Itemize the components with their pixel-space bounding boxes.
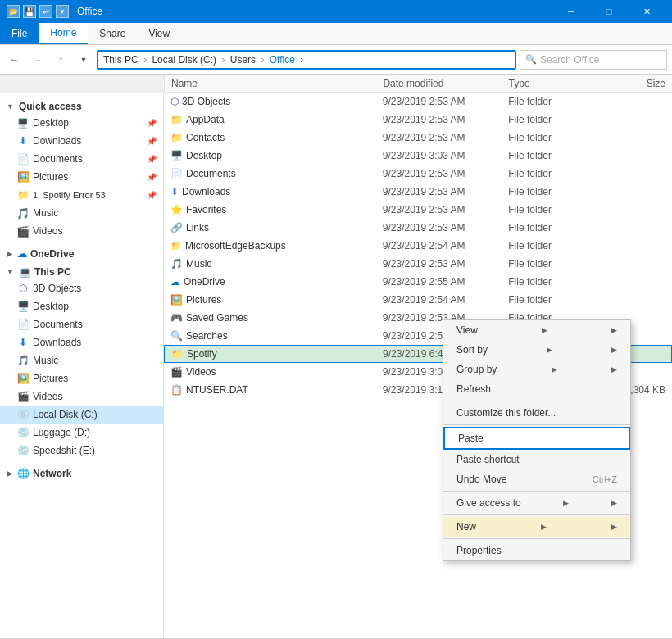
sidebar-item-music-pc[interactable]: 🎵 Music xyxy=(0,351,163,369)
sidebar-item-documents-pc[interactable]: 📄 Documents xyxy=(0,315,163,333)
close-button[interactable]: ✕ xyxy=(628,0,665,23)
sidebar-item-downloads[interactable]: ⬇ Downloads 📌 xyxy=(0,132,163,150)
onedrive-icon: ☁ xyxy=(17,248,27,260)
dropdown-icon[interactable]: ▼ xyxy=(56,5,69,18)
sidebar-item-local-disk[interactable]: 💿 Local Disk (C:) xyxy=(0,406,163,424)
ribbon: File Home Share View xyxy=(0,23,672,45)
tab-view[interactable]: View xyxy=(137,23,181,44)
network-chevron: ▶ xyxy=(7,469,12,478)
ctx-paste-shortcut[interactable]: Paste shortcut xyxy=(443,450,630,469)
file-icon-edge: 📁 xyxy=(170,241,182,252)
undo-icon[interactable]: ↩ xyxy=(39,5,52,18)
quick-access-toolbar[interactable]: 📂 xyxy=(7,5,20,18)
recent-locations-button[interactable]: ▼ xyxy=(74,50,93,70)
ctx-give-access[interactable]: Give access to ▶ xyxy=(443,493,630,513)
pictures-pc-icon: 🖼️ xyxy=(16,372,30,385)
onedrive-header[interactable]: ▶ ☁ OneDrive xyxy=(0,243,163,261)
file-row-appdata[interactable]: 📁AppData 9/23/2019 2:53 AM File folder xyxy=(164,111,672,129)
quick-access-header[interactable]: ▼ Quick access xyxy=(0,96,163,114)
file-row-onedrive[interactable]: ☁OneDrive 9/23/2019 2:55 AM File folder xyxy=(164,273,672,291)
sidebar-item-downloads-pc[interactable]: ⬇ Downloads xyxy=(0,333,163,351)
sidebar-item-luggage[interactable]: 💿 Luggage (D:) xyxy=(0,424,163,442)
file-icon-spotify: 📁 xyxy=(171,348,184,360)
thispc-label: This PC xyxy=(34,266,71,278)
thispc-header[interactable]: ▼ 💻 This PC xyxy=(0,261,163,279)
col-header-type[interactable]: Type xyxy=(509,78,603,89)
sidebar-item-videos-pc[interactable]: 🎬 Videos xyxy=(0,387,163,406)
quick-access-chevron: ▼ xyxy=(7,102,14,111)
file-type-appdata: File folder xyxy=(508,114,602,125)
ctx-refresh[interactable]: Refresh xyxy=(443,379,630,399)
up-button[interactable]: ↑ xyxy=(51,50,70,70)
ctx-view[interactable]: View ▶ xyxy=(443,320,630,340)
sidebar-label-3dobjects: 3D Objects xyxy=(33,283,81,294)
sidebar-item-pictures[interactable]: 🖼️ Pictures 📌 xyxy=(0,168,163,186)
search-bar[interactable]: 🔍 Search Office xyxy=(520,50,667,70)
file-row-favorites[interactable]: ⭐Favorites 9/23/2019 2:53 AM File folder xyxy=(164,201,672,219)
network-label: Network xyxy=(33,468,71,479)
ctx-sep2 xyxy=(443,424,630,425)
file-name-searches: Searches xyxy=(186,330,228,342)
col-header-date[interactable]: Date modified xyxy=(383,78,508,89)
save-icon[interactable]: 💾 xyxy=(23,5,36,18)
file-name-links: Links xyxy=(186,222,209,233)
tab-file[interactable]: File xyxy=(0,23,39,44)
forward-button[interactable]: → xyxy=(28,50,48,70)
ctx-paste[interactable]: Paste xyxy=(443,427,630,450)
sidebar-item-music[interactable]: 🎵 Music xyxy=(0,204,163,222)
file-name-documents: Documents xyxy=(186,168,236,179)
sidebar-item-videos[interactable]: 🎬 Videos xyxy=(0,222,163,240)
ctx-undo-shortcut: Ctrl+Z xyxy=(593,474,617,484)
file-date-pictures: 9/23/2019 2:54 AM xyxy=(383,294,508,306)
maximize-button[interactable]: □ xyxy=(590,0,628,23)
nav-bar: ← → ↑ ▼ This PC › Local Disk (C:) › User… xyxy=(0,45,672,75)
tab-home[interactable]: Home xyxy=(39,23,88,44)
file-type-3dobjects: File folder xyxy=(508,96,602,107)
file-icon-3dobjects: ⬡ xyxy=(170,96,179,107)
file-icon-savedgames: 🎮 xyxy=(170,312,183,324)
col-header-name[interactable]: Name xyxy=(171,78,383,89)
sidebar-item-spotify-error[interactable]: 📁 1. Spotify Error 53 📌 xyxy=(0,186,163,204)
network-header[interactable]: ▶ 🌐 Network xyxy=(0,463,163,481)
pin-icon-documents: 📌 xyxy=(147,155,157,164)
ctx-sortby[interactable]: Sort by ▶ xyxy=(443,340,630,360)
ctx-view-arrow: ▶ xyxy=(542,326,547,334)
file-row-music[interactable]: 🎵Music 9/23/2019 2:53 AM File folder xyxy=(164,255,672,273)
quick-access-label: Quick access xyxy=(19,101,82,112)
file-row-pictures[interactable]: 🖼️Pictures 9/23/2019 2:54 AM File folder xyxy=(164,291,672,309)
col-header-size[interactable]: Size xyxy=(602,78,665,89)
minimize-button[interactable]: ─ xyxy=(552,0,590,23)
music-pc-icon: 🎵 xyxy=(16,354,30,367)
sidebar-item-3dobjects[interactable]: ⬡ 3D Objects xyxy=(0,279,163,297)
pin-icon-spotify-error: 📌 xyxy=(147,191,157,200)
file-icon-desktop: 🖥️ xyxy=(170,150,183,161)
sidebar-item-desktop[interactable]: 🖥️ Desktop 📌 xyxy=(0,114,163,132)
ctx-groupby[interactable]: Group by ▶ xyxy=(443,360,630,379)
file-row-links[interactable]: 🔗Links 9/23/2019 2:53 AM File folder xyxy=(164,219,672,237)
3dobjects-icon: ⬡ xyxy=(16,282,30,295)
file-row-3dobjects[interactable]: ⬡3D Objects 9/23/2019 2:53 AM File folde… xyxy=(164,93,672,111)
ctx-properties[interactable]: Properties xyxy=(443,541,630,560)
sidebar-label-desktop-pc: Desktop xyxy=(33,301,69,312)
ctx-new[interactable]: New ▶ xyxy=(443,517,630,537)
sidebar-item-documents[interactable]: 📄 Documents 📌 xyxy=(0,150,163,168)
file-row-edge[interactable]: 📁MicrosoftEdgeBackups 9/23/2019 2:54 AM … xyxy=(164,237,672,255)
ctx-customize[interactable]: Customize this folder... xyxy=(443,403,630,423)
sidebar-item-pictures-pc[interactable]: 🖼️ Pictures xyxy=(0,369,163,387)
tab-share[interactable]: Share xyxy=(88,23,137,44)
ctx-undo-move[interactable]: Undo Move Ctrl+Z xyxy=(443,469,630,489)
search-placeholder: Search Office xyxy=(540,54,599,66)
sidebar-item-desktop-pc[interactable]: 🖥️ Desktop xyxy=(0,297,163,315)
file-row-contacts[interactable]: 📁Contacts 9/23/2019 2:53 AM File folder xyxy=(164,129,672,147)
downloads-pc-icon: ⬇ xyxy=(16,336,30,349)
file-row-desktop[interactable]: 🖥️Desktop 9/23/2019 3:03 AM File folder xyxy=(164,147,672,165)
onedrive-label: OneDrive xyxy=(30,248,74,260)
ctx-sep3 xyxy=(443,491,630,492)
ctx-properties-label: Properties xyxy=(456,545,502,556)
back-button[interactable]: ← xyxy=(5,50,25,70)
file-row-downloads[interactable]: ⬇Downloads 9/23/2019 2:53 AM File folder xyxy=(164,183,672,201)
file-row-documents[interactable]: 📄Documents 9/23/2019 2:53 AM File folder xyxy=(164,165,672,183)
ctx-paste-label: Paste xyxy=(458,433,484,444)
sidebar-item-speedshit[interactable]: 💿 Speedshit (E:) xyxy=(0,442,163,460)
address-bar[interactable]: This PC › Local Disk (C:) › Users › Offi… xyxy=(97,50,516,70)
